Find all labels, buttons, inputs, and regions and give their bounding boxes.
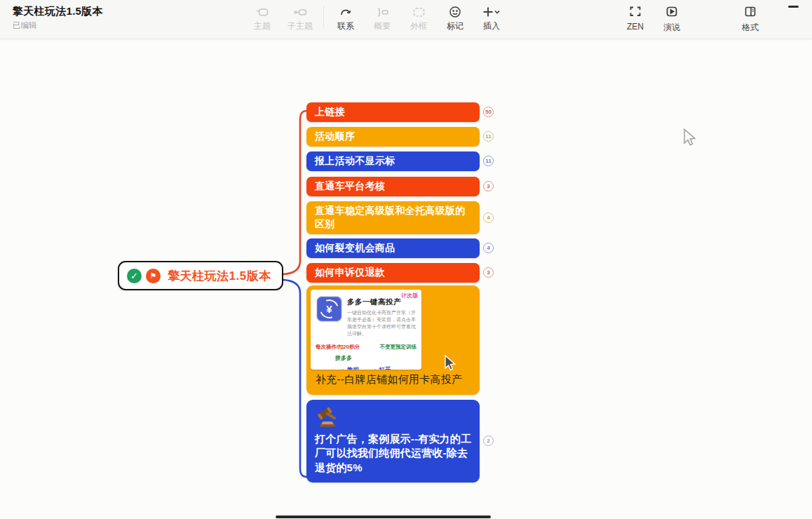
notes-count-badge[interactable]: 4 [483, 213, 494, 223]
child-topic-label: 直通车稳定高级版和全托高级版的区别 [315, 205, 466, 229]
tutorial-button[interactable]: ⌂教程 [341, 366, 359, 370]
present-label: 演说 [663, 22, 680, 34]
mindmap-app: 擎天柱玩法1.5版本 已编辑 主题 子主题 联系 [0, 0, 812, 519]
image-card[interactable]: 计次版 ¥ 多多一键高投产 一键自动优化卡高投产开车（开车老手必备）安装前，请点… [306, 285, 480, 395]
present-button[interactable]: 演说 [656, 3, 687, 34]
gavel-icon [316, 406, 342, 429]
notes-count-badge[interactable]: 3 [483, 181, 494, 191]
document-status: 已编辑 [13, 20, 103, 31]
document-title: 擎天柱玩法1.5版本 [13, 5, 103, 18]
summary-icon [375, 5, 389, 19]
child-topic-label: 如何申诉仅退款 [315, 267, 385, 278]
insert-label: 插入 [483, 20, 500, 32]
toolbar-center: 主题 子主题 联系 概要 [244, 3, 510, 32]
home-icon: ⌂ [373, 367, 377, 370]
child-topic[interactable]: 如何裂变机会商品 [306, 238, 480, 258]
image-card-caption: 补充--白牌店铺如何用卡高投产 [316, 373, 463, 386]
toolbar-divider [323, 6, 324, 27]
relationship-label: 联系 [337, 20, 354, 32]
smiley-marker-icon [448, 5, 462, 19]
document-info: 擎天柱玩法1.5版本 已编辑 [13, 5, 103, 31]
topic-icon [255, 5, 269, 19]
embed-cost-note: 每次操作/扣20积分 [316, 344, 360, 351]
open-button[interactable]: ⌂打开 [373, 366, 391, 370]
zen-label: ZEN [627, 22, 644, 32]
check-icon: ✓ [127, 269, 142, 283]
zen-brackets-icon [628, 5, 642, 20]
child-topic-label: 如何裂变机会商品 [315, 242, 395, 253]
summary-button[interactable]: 概要 [364, 3, 400, 32]
summary-label: 概要 [374, 20, 391, 32]
child-topic-row: 如何申诉仅退款 3 [306, 263, 494, 283]
notes-count-badge[interactable]: 11 [483, 131, 494, 142]
bottom-progress-strip [276, 515, 491, 518]
yuan-refresh-icon: ¥ [316, 296, 342, 322]
child-topic-label: 活动顺序 [315, 130, 355, 142]
insert-button[interactable]: 插入 [473, 3, 510, 32]
notes-count-badge[interactable]: 4 [483, 243, 494, 253]
child-topic[interactable]: 如何申诉仅退款 [306, 263, 480, 283]
ad-card-text: 打个广告，案例展示--有实力的工厂可以找我们纯佣代运营收-除去退货的5% [315, 432, 473, 475]
toolbar: 擎天柱玩法1.5版本 已编辑 主题 子主题 联系 [0, 0, 812, 39]
root-topic-label: 擎天柱玩法1.5版本 [168, 268, 271, 284]
child-topic[interactable]: 直通车稳定高级版和全托高级版的区别 [306, 201, 480, 234]
embed-app-description: 一键自动优化卡高投产开车（开车老手必备）安装前，请点击本频道空白第十个课程即可查… [347, 309, 417, 338]
mouse-cursor [682, 128, 698, 148]
embed-platform-label: 拼多多 [335, 354, 421, 362]
flag-icon: ⚑ [146, 269, 161, 283]
marker-button[interactable]: 标记 [437, 3, 473, 32]
child-topic[interactable]: 活动顺序 [306, 127, 480, 147]
embedded-screenshot: 计次版 ¥ 多多一键高投产 一键自动优化卡高投产开车（开车老手必备）安装前，请点… [311, 290, 421, 370]
notes-count-badge[interactable]: 2 [483, 436, 494, 446]
child-topic-row: 直通车稳定高级版和全托高级版的区别 4 [306, 201, 494, 234]
format-panel-icon [743, 5, 757, 20]
ad-card[interactable]: 打个广告，案例展示--有实力的工厂可以找我们纯佣代运营收-除去退货的5% 2 [306, 400, 480, 483]
toolbar-right: ZEN 演说 格式 [620, 3, 766, 34]
root-topic[interactable]: ✓ ⚑ 擎天柱玩法1.5版本 [118, 261, 283, 290]
home-icon: ⌂ [341, 367, 345, 370]
child-topic-row: 如何裂变机会商品 4 [306, 238, 494, 258]
marker-label: 标记 [447, 20, 463, 32]
embed-notes-row: 每次操作/扣20积分 不变更预定训练 [311, 344, 421, 351]
boundary-label: 外框 [410, 20, 427, 32]
relationship-button[interactable]: 联系 [327, 3, 364, 32]
window-minimize-dash[interactable] [788, 6, 799, 8]
boundary-button[interactable]: 外框 [400, 3, 437, 32]
child-topic[interactable]: 报上活动不显示标 [306, 151, 480, 171]
subtopic-icon [293, 5, 307, 19]
topic-button[interactable]: 主题 [244, 3, 280, 32]
plus-insert-icon [482, 5, 501, 19]
topic-label: 主题 [254, 20, 271, 32]
child-topic-label: 直通车平台考核 [315, 180, 385, 191]
play-present-icon [665, 5, 679, 20]
embedded-cursor-icon [444, 355, 457, 372]
notes-count-badge[interactable]: 11 [483, 156, 494, 166]
embed-body: 多多一键高投产 一键自动优化卡高投产开车（开车老手必备）安装前，请点击本频道空白… [347, 296, 417, 338]
subtopic-button[interactable]: 子主题 [280, 3, 320, 32]
relationship-icon [339, 5, 353, 19]
child-topic-row: 活动顺序 11 [306, 127, 494, 147]
subtopic-label: 子主题 [287, 20, 313, 32]
child-topic[interactable]: 上链接 [306, 102, 480, 122]
embed-buttons-row: ⌂教程 ⌂打开 [311, 366, 421, 370]
format-button[interactable]: 格式 [735, 3, 766, 34]
embed-version-tag: 计次版 [401, 292, 418, 299]
child-topic-label: 报上活动不显示标 [315, 155, 395, 166]
boundary-icon [412, 5, 426, 19]
embed-green-note: 不变更预定训练 [380, 344, 417, 351]
child-topic[interactable]: 直通车平台考核 [306, 177, 480, 196]
child-topic-row: 报上活动不显示标 11 [306, 151, 494, 171]
zen-button[interactable]: ZEN [620, 3, 651, 34]
notes-count-badge[interactable]: 50 [483, 107, 494, 117]
child-topic-row: 直通车平台考核 3 [306, 177, 494, 196]
format-label: 格式 [742, 22, 759, 34]
notes-count-badge[interactable]: 3 [483, 267, 494, 278]
mindmap-canvas[interactable]: ✓ ⚑ 擎天柱玩法1.5版本 上链接 50 活动顺序 11 报上活动不显 [0, 39, 812, 519]
child-topic-row: 上链接 50 [306, 102, 494, 122]
child-topic-label: 上链接 [315, 106, 345, 117]
